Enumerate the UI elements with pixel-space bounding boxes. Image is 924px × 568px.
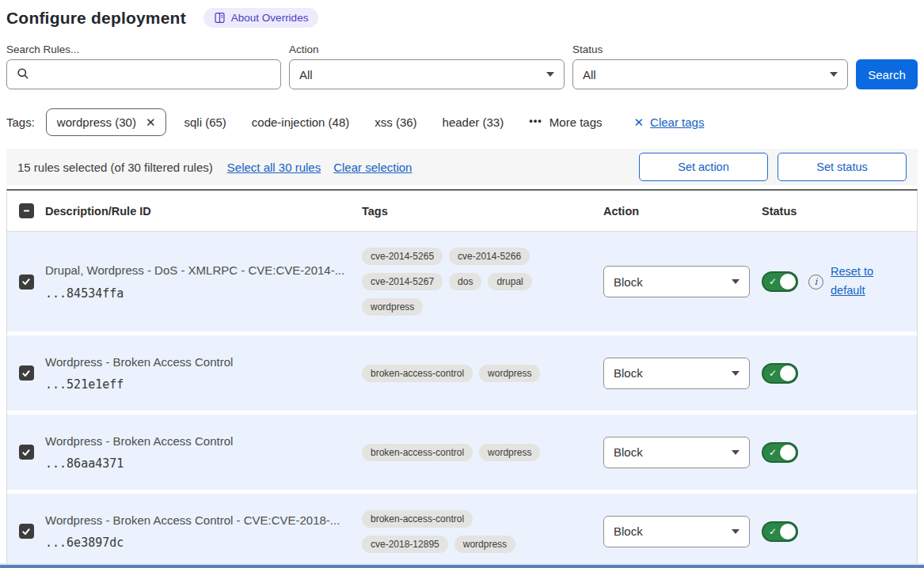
rule-tags: cve-2014-5265cve-2014-5266cve-2014-5267d… — [362, 248, 548, 316]
check-icon: ✓ — [769, 446, 777, 457]
clear-tags-label: Clear tags — [650, 115, 704, 129]
search-input-field[interactable] — [36, 60, 271, 89]
tag-chip: cve-2018-12895 — [362, 536, 448, 553]
action-filter-field: Action All — [289, 44, 565, 89]
rule-action-select[interactable]: Block — [603, 516, 750, 547]
remove-tag-icon[interactable]: ✕ — [146, 116, 156, 128]
clear-tags-button[interactable]: ✕ Clear tags — [634, 115, 705, 130]
action-filter-value: All — [299, 68, 313, 81]
rule-id: ...86aa4371 — [45, 456, 351, 471]
row-checkbox[interactable] — [19, 275, 34, 290]
status-filter-select[interactable]: All — [572, 59, 848, 89]
close-icon: ✕ — [634, 115, 645, 130]
row-checkbox[interactable] — [19, 365, 34, 381]
rule-action-value: Block — [614, 524, 643, 538]
check-icon: ✓ — [769, 525, 777, 536]
configure-deployment-page: Configure deployment About Overrides Sea… — [0, 0, 924, 568]
column-header-status: Status — [762, 205, 917, 218]
action-filter-select[interactable]: All — [289, 59, 565, 89]
tag-filter-xss[interactable]: xss (36) — [375, 115, 416, 129]
info-icon[interactable]: i — [808, 275, 823, 290]
more-tags-label: More tags — [549, 115, 603, 129]
tag-chip: wordpress — [479, 365, 540, 382]
rule-tags: broken-access-controlcve-2018-12895wordp… — [362, 510, 548, 553]
table-row: Wordpress - Broken Access Control ...86a… — [7, 415, 917, 490]
check-icon: ✓ — [769, 276, 777, 287]
chevron-down-icon — [830, 72, 838, 77]
row-checkbox[interactable] — [19, 524, 34, 539]
tag-chip: cve-2014-5267 — [362, 273, 443, 290]
book-icon — [214, 12, 226, 24]
select-all-link[interactable]: Select all 30 rules — [227, 161, 321, 174]
reset-to-default-link[interactable]: Reset to default — [831, 263, 880, 301]
search-button[interactable]: Search — [856, 59, 918, 89]
page-title: Configure deployment — [6, 9, 186, 28]
status-filter-field: Status All — [572, 44, 848, 89]
tag-chip: broken-access-control — [362, 510, 473, 528]
ellipsis-icon: ••• — [529, 115, 542, 127]
tag-chip: drupal — [488, 273, 531, 290]
filters-bar: Search Rules... Action All Status — [6, 44, 918, 89]
search-rules-label: Search Rules... — [6, 44, 281, 55]
tag-chip: cve-2014-5265 — [362, 248, 443, 265]
search-icon — [17, 67, 29, 82]
rule-action-select[interactable]: Block — [603, 266, 750, 297]
column-header-action: Action — [603, 205, 762, 218]
search-rules-field: Search Rules... — [6, 44, 281, 89]
check-icon: ✓ — [769, 367, 777, 378]
tag-filter-header[interactable]: header (33) — [443, 115, 504, 129]
chevron-down-icon — [732, 371, 740, 376]
selected-tag-label: wordpress (30) — [57, 115, 136, 129]
selected-tag-chip[interactable]: wordpress (30) ✕ — [46, 108, 167, 136]
tag-filter-sqli[interactable]: sqli (65) — [184, 115, 226, 129]
rule-id: ...6e3897dc — [45, 536, 351, 550]
status-toggle[interactable]: ✓ — [762, 363, 798, 384]
more-tags-button[interactable]: ••• More tags — [529, 115, 602, 129]
tag-chip: broken-access-control — [362, 365, 473, 382]
set-status-button[interactable]: Set status — [778, 153, 907, 181]
row-checkbox[interactable] — [19, 445, 34, 460]
rule-tags: broken-access-controlwordpress — [362, 444, 548, 461]
selection-summary: 15 rules selected (of 30 filtered rules) — [17, 161, 213, 174]
table-row: Drupal, Wordpress - DoS - XMLRPC - CVE:C… — [7, 232, 917, 331]
toggle-knob — [780, 524, 796, 540]
next-row-edge — [0, 565, 924, 568]
rule-description: Wordpress - Broken Access Control — [45, 354, 351, 370]
status-toggle[interactable]: ✓ — [762, 521, 798, 542]
chevron-down-icon — [732, 279, 740, 284]
toggle-knob — [780, 445, 796, 460]
table-row: Wordpress - Broken Access Control ...521… — [7, 335, 917, 411]
tag-chip: wordpress — [479, 444, 540, 461]
column-header-description: Description/Rule ID — [45, 205, 362, 218]
rule-id: ...521e1eff — [45, 377, 351, 392]
status-toggle[interactable]: ✓ — [762, 442, 798, 463]
tags-label: Tags: — [6, 115, 35, 129]
tag-chip: cve-2014-5266 — [449, 248, 530, 265]
rule-action-value: Block — [614, 366, 643, 380]
rules-table: Description/Rule ID Tags Action Status D… — [6, 189, 918, 568]
clear-selection-link[interactable]: Clear selection — [333, 161, 412, 174]
rule-action-select[interactable]: Block — [603, 437, 750, 468]
set-action-button[interactable]: Set action — [639, 153, 768, 181]
tags-bar: Tags: wordpress (30) ✕ sqli (65) code-in… — [6, 108, 918, 136]
chevron-down-icon — [546, 72, 554, 77]
rule-action-value: Block — [614, 275, 643, 289]
table-row: Wordpress - Broken Access Control - CVE:… — [7, 494, 917, 568]
rule-tags: broken-access-controlwordpress — [362, 365, 548, 382]
tag-filter-code-injection[interactable]: code-injection (48) — [252, 115, 349, 129]
search-input[interactable] — [6, 59, 281, 89]
select-all-checkbox[interactable] — [19, 203, 34, 218]
status-filter-value: All — [583, 68, 596, 81]
toggle-knob — [780, 365, 796, 381]
tag-chip: wordpress — [454, 536, 515, 553]
selection-bar: 15 rules selected (of 30 filtered rules)… — [6, 149, 918, 185]
rule-description: Wordpress - Broken Access Control — [45, 434, 351, 449]
status-toggle[interactable]: ✓ — [762, 271, 798, 292]
tag-chip: wordpress — [362, 298, 423, 316]
rule-action-value: Block — [614, 445, 643, 459]
tag-chip: broken-access-control — [362, 444, 473, 461]
chevron-down-icon — [732, 529, 740, 534]
status-filter-label: Status — [572, 44, 848, 55]
rule-action-select[interactable]: Block — [603, 358, 750, 389]
about-overrides-badge[interactable]: About Overrides — [203, 8, 319, 28]
